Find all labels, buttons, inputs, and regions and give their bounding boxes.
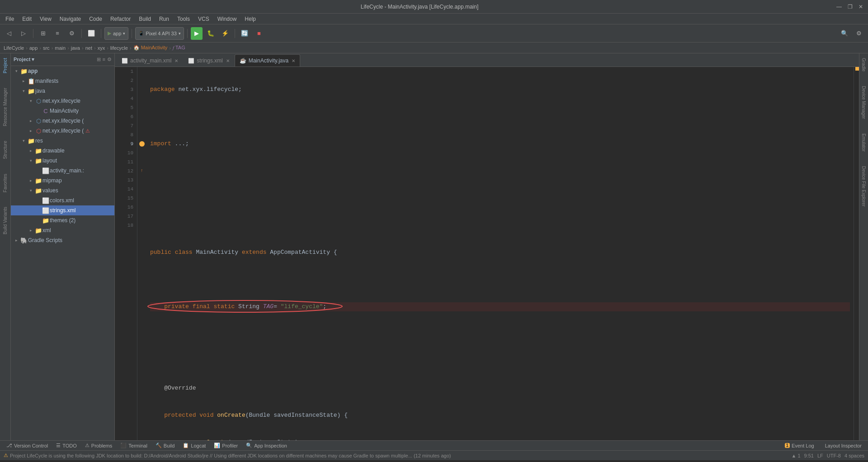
menu-run[interactable]: Run: [156, 15, 173, 23]
status-spaces[interactable]: 4 spaces: [844, 453, 864, 458]
code-line-2: [150, 112, 850, 121]
device-file-explorer-label[interactable]: Device File Explorer: [860, 163, 867, 209]
menu-navigate[interactable]: Navigate: [56, 15, 85, 23]
menu-window[interactable]: Window: [214, 15, 241, 23]
breadcrumb-tag[interactable]: 𝑓 TAG: [173, 45, 185, 51]
menu-build[interactable]: Build: [135, 15, 155, 23]
build-variants-label[interactable]: Build Variants: [2, 204, 9, 237]
structure-label[interactable]: Structure: [2, 138, 9, 162]
tree-item-res[interactable]: ▾ 📁 res: [11, 136, 114, 146]
tab-mainactivity[interactable]: ☕ MainActivity.java ✕: [235, 54, 300, 67]
breadcrumb-lifecycle2[interactable]: lifecycle: [110, 45, 128, 51]
breadcrumb-src[interactable]: src: [43, 45, 50, 51]
toolbar-recent-files[interactable]: ⊞: [37, 27, 49, 40]
toolbar-xml-file[interactable]: ⬜: [85, 27, 98, 40]
toolbar-back-button[interactable]: ◁: [3, 27, 15, 40]
logcat-tab[interactable]: 📋 Logcat: [179, 441, 209, 450]
menu-edit[interactable]: Edit: [19, 15, 35, 23]
close-button[interactable]: ✕: [857, 3, 864, 10]
status-bar: ⚠ Project LifeCycle is using the followi…: [0, 450, 868, 460]
tree-item-java[interactable]: ▾ 📁 java: [11, 86, 114, 96]
settings-button[interactable]: ⚙: [853, 27, 865, 40]
app-inspection-tab[interactable]: 🔍 App Inspection: [242, 441, 291, 450]
terminal-tab[interactable]: ⬛ Terminal: [117, 441, 151, 450]
toolbar-forward-button[interactable]: ▷: [17, 27, 30, 40]
minimize-button[interactable]: —: [835, 3, 843, 10]
gradle-label[interactable]: Gradle: [860, 55, 867, 74]
resource-manager-label[interactable]: Resource Manager: [2, 85, 9, 129]
tree-item-layout[interactable]: ▾ 📁 layout: [11, 156, 114, 166]
tab-mainactivity-close[interactable]: ✕: [292, 58, 295, 63]
breadcrumb-main[interactable]: main: [55, 45, 66, 51]
tree-item-mainactivity[interactable]: C MainActivity: [11, 106, 114, 116]
breadcrumb-java[interactable]: java: [71, 45, 80, 51]
toolbar-sep3: [101, 29, 101, 38]
panel-icon-2[interactable]: ≡: [103, 57, 105, 62]
code-line-6: [150, 221, 850, 230]
gutter-15: [137, 194, 146, 203]
run-button[interactable]: ▶: [191, 27, 203, 40]
app-config-dropdown[interactable]: ▶ app ▾: [104, 27, 128, 40]
line-num-14: 14: [117, 185, 133, 194]
emulator-label[interactable]: Emulator: [860, 131, 867, 154]
bottom-tabs-bar: ⎇ Version Control ☰ TODO ⚠ Problems ⬛ Te…: [0, 440, 868, 450]
tab-strings-close[interactable]: ✕: [226, 58, 230, 63]
tree-item-activity-main[interactable]: ⬜ activity_main.:: [11, 166, 114, 176]
device-manager-label[interactable]: Device Manager: [860, 83, 867, 122]
tree-item-app[interactable]: ▾ 📁 app: [11, 66, 114, 76]
problems-tab[interactable]: ⚠ Problems: [81, 441, 116, 450]
profiler-tab[interactable]: 📊 Profiler: [210, 441, 241, 450]
tree-item-drawable[interactable]: ▸ 📁 drawable: [11, 146, 114, 156]
toolbar-settings[interactable]: ⚙: [66, 27, 78, 40]
menu-help[interactable]: Help: [241, 15, 259, 23]
tree-item-package2[interactable]: ▸ ⬡ net.xyx.lifecycle (: [11, 116, 114, 126]
status-lf[interactable]: LF: [817, 453, 823, 458]
layout-inspector-tab[interactable]: Layout Inspector: [821, 441, 865, 450]
version-control-tab[interactable]: ⎇ Version Control: [3, 441, 52, 450]
tab-java-icon: ☕: [240, 57, 246, 64]
stop-button[interactable]: ■: [253, 27, 265, 40]
favorites-label[interactable]: Favorites: [2, 171, 9, 195]
tab-activity-main-close[interactable]: ✕: [175, 58, 178, 63]
event-log-tab[interactable]: 1 Event Log: [781, 441, 818, 450]
tree-item-manifests[interactable]: ▸ 📋 manifests: [11, 76, 114, 86]
panel-icon-1[interactable]: ⊞: [97, 57, 101, 62]
build-tab[interactable]: 🔨 Build: [152, 441, 178, 450]
tree-item-package3[interactable]: ▸ ⬡ net.xyx.lifecycle ( ⚠: [11, 126, 114, 136]
tab-strings[interactable]: ⬜ strings.xml ✕: [183, 54, 234, 67]
line-num-1: 1: [117, 67, 133, 76]
menu-tools[interactable]: Tools: [174, 15, 193, 23]
tree-item-gradle-scripts[interactable]: ▸ 🐘 Gradle Scripts: [11, 235, 114, 245]
todo-tab[interactable]: ☰ TODO: [52, 441, 80, 450]
breadcrumb-app[interactable]: app: [29, 45, 38, 51]
menu-view[interactable]: View: [36, 15, 55, 23]
app-config-label: app: [113, 31, 121, 36]
debug-button[interactable]: 🐛: [204, 27, 217, 40]
tree-item-themes[interactable]: 📁 themes (2): [11, 215, 114, 225]
sync-button[interactable]: 🔄: [238, 27, 251, 40]
code-content[interactable]: package net.xyx.lifecycle; import ...; p…: [146, 67, 854, 440]
menu-file[interactable]: File: [2, 15, 18, 23]
profile-button[interactable]: ⚡: [219, 27, 231, 40]
tree-item-package1[interactable]: ▾ ⬡ net.xyx.lifecycle: [11, 96, 114, 106]
menu-code[interactable]: Code: [85, 15, 106, 23]
menu-refactor[interactable]: Refactor: [107, 15, 134, 23]
tree-item-mipmap[interactable]: ▸ 📁 mipmap: [11, 176, 114, 186]
maximize-button[interactable]: ❐: [846, 3, 854, 10]
tree-item-colors[interactable]: ⬜ colors.xml: [11, 195, 114, 205]
device-dropdown[interactable]: 📱 Pixel 4 API 33 ▾: [135, 27, 184, 40]
breadcrumb-xyx[interactable]: xyx: [98, 45, 105, 51]
breadcrumb-mainactivity[interactable]: 🏠 MainActivity: [133, 45, 168, 51]
panel-icon-3[interactable]: ⚙: [107, 57, 112, 62]
search-everywhere-button[interactable]: 🔍: [838, 27, 851, 40]
breadcrumb-net[interactable]: net: [85, 45, 92, 51]
status-encoding[interactable]: UTF-8: [827, 453, 841, 458]
tree-item-values[interactable]: ▾ 📁 values: [11, 186, 114, 195]
breadcrumb-lifecycle[interactable]: LifeCycle: [4, 45, 24, 51]
tree-item-xml[interactable]: ▸ 📁 xml: [11, 225, 114, 235]
project-panel-label[interactable]: Project: [2, 55, 9, 76]
tab-activity-main[interactable]: ⬜ activity_main.xml ✕: [117, 54, 183, 67]
toolbar-nav-bar[interactable]: ≡: [51, 27, 64, 40]
menu-vcs[interactable]: VCS: [194, 15, 213, 23]
tree-item-strings[interactable]: ⬜ strings.xml: [11, 205, 114, 215]
